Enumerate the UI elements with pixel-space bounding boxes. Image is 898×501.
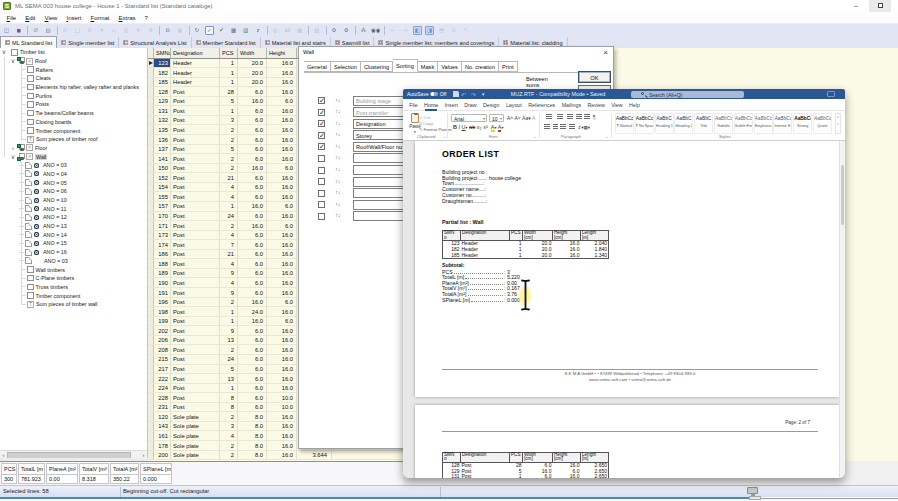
row-selector-cell[interactable]: [148, 345, 154, 354]
print-preview-icon[interactable]: ▤: [44, 26, 53, 35]
tree-item[interactable]: ∨ › Wall: [0, 152, 147, 161]
row-selector-cell[interactable]: [148, 336, 154, 345]
sort-checkbox[interactable]: [318, 155, 325, 162]
table-row[interactable]: 200 Sole plate 2 8.0 16.0 3.644: [148, 451, 403, 461]
row-selector-cell[interactable]: [148, 374, 154, 383]
chevron-right-icon[interactable]: ›: [10, 145, 16, 151]
row-selector-cell[interactable]: [148, 269, 154, 278]
sort-direction-icons[interactable]: ↑↓: [335, 154, 341, 160]
tree-item[interactable]: ∨ › Posts: [0, 100, 147, 109]
row-selector-cell[interactable]: [148, 231, 154, 240]
chevron-down-icon[interactable]: ∨: [1, 49, 7, 55]
ribbon-tab[interactable]: Layout: [503, 99, 525, 111]
row-selector-cell[interactable]: [148, 317, 154, 326]
menu-item[interactable]: Insert: [62, 15, 86, 21]
sort-direction-icons[interactable]: ↑↓: [335, 131, 341, 137]
undo-icon[interactable]: ↶: [461, 91, 466, 98]
ribbon-tab[interactable]: Draw: [461, 99, 480, 111]
tree-checkbox[interactable]: [27, 66, 34, 73]
paragraph-list-buttons[interactable]: ¶: [544, 114, 595, 120]
tree-item[interactable]: ∨ › Tie beams/Collar beams: [0, 109, 147, 118]
delete-icon[interactable]: ✕: [97, 26, 106, 35]
header-width[interactable]: Width: [238, 48, 267, 58]
tree-checkbox[interactable]: [27, 110, 34, 117]
tree-item[interactable]: ∨ › ANO = 06: [0, 187, 147, 196]
dialog-tab[interactable]: General: [304, 61, 331, 72]
style-card[interactable]: AaBbC Title: [694, 113, 713, 134]
sort-direction-icons[interactable]: ↑↓: [335, 143, 341, 149]
ribbon-tab[interactable]: Help: [626, 99, 643, 111]
settings-color-icon[interactable]: ⚙: [330, 26, 339, 35]
ribbon-tab[interactable]: Insert: [441, 99, 461, 111]
redo-icon[interactable]: ↷: [471, 91, 476, 98]
style-card[interactable]: AaBbC Heading 2: [674, 113, 693, 134]
menu-item[interactable]: Edit: [21, 15, 40, 21]
font-icon[interactable]: A: [85, 26, 94, 35]
row-selector-cell[interactable]: [148, 250, 154, 259]
tree-item[interactable]: ∨ › ANO = 04: [0, 170, 147, 179]
header-smno[interactable]: SMNo: [154, 48, 171, 58]
doc-scrollbar-thumb[interactable]: [841, 165, 844, 225]
minimize-button[interactable]: –: [845, 0, 867, 12]
row-selector-cell[interactable]: [148, 106, 154, 115]
sort-checkbox[interactable]: [318, 190, 325, 197]
print-icon[interactable]: ⎚: [31, 26, 40, 35]
next-icon[interactable]: ⇥: [400, 26, 409, 35]
sort-checkbox[interactable]: ✓: [318, 109, 325, 116]
tree-item[interactable]: ∨ › ANO = 03: [0, 257, 147, 266]
tree-item[interactable]: ∨ › ANO = 03: [0, 161, 147, 170]
row-selector-cell[interactable]: [148, 451, 154, 460]
style-card[interactable]: AaBbCcD Subtitle: [714, 113, 733, 134]
tree-checkbox[interactable]: [27, 75, 34, 82]
row-selector-cell[interactable]: [148, 97, 154, 106]
row-selector-cell[interactable]: [148, 221, 154, 230]
tree-item[interactable]: ∨ › Timber component: [0, 291, 147, 300]
print-all-icon[interactable]: ⎚: [61, 26, 70, 35]
copy-button[interactable]: ⧉Copy: [419, 121, 433, 126]
row-selector-cell[interactable]: [148, 125, 154, 134]
tree-checkbox[interactable]: [27, 292, 34, 299]
style-card[interactable]: AaBbCcDd Quote: [813, 113, 832, 134]
table-columns-icon[interactable]: ▥: [241, 26, 250, 35]
autosave-toggle[interactable]: [430, 92, 438, 97]
tree-checkbox[interactable]: [27, 127, 34, 134]
row-selector-cell[interactable]: [148, 422, 154, 431]
font-size-select[interactable]: 10▾: [489, 114, 504, 122]
tree-item[interactable]: ∨ › Closing boards: [0, 118, 147, 127]
tree-checkbox[interactable]: [27, 101, 34, 108]
style-card[interactable]: AaBbCcDd ¶ Normal: [615, 113, 634, 134]
dialog-tab[interactable]: Clustering: [361, 61, 393, 72]
dialog-tab[interactable]: Sorting: [393, 59, 418, 72]
open-file-icon[interactable]: ◰: [2, 26, 11, 35]
tree-item[interactable]: ∨ › Floor: [0, 144, 147, 153]
style-card[interactable]: AaBbCcDd ¶ No Spac...: [635, 113, 654, 134]
row-selector-cell[interactable]: [148, 78, 154, 87]
tree-horizontal-scrollbar[interactable]: ‹ ›: [0, 450, 147, 458]
pane-left-icon[interactable]: ◧: [413, 26, 422, 35]
row-selector-cell[interactable]: [148, 403, 154, 412]
tree-item[interactable]: ∨ › Purlins: [0, 91, 147, 100]
row-selector-cell[interactable]: [148, 135, 154, 144]
list-check-icon[interactable]: ✓: [205, 26, 214, 35]
sort-checkbox[interactable]: ✓: [318, 120, 325, 127]
grid-icon[interactable]: ▦: [295, 26, 304, 35]
style-card[interactable]: AaBbCcDd Subtle Em...: [734, 113, 753, 134]
sort-direction-icons[interactable]: ↑↓: [335, 120, 341, 126]
tree-item[interactable]: ∨ › ANO = 10: [0, 196, 147, 205]
sort-direction-icons[interactable]: ↑↓: [335, 166, 341, 172]
dialog-tab[interactable]: Values: [438, 61, 462, 72]
row-selector-cell[interactable]: [148, 412, 154, 421]
update-people-icon[interactable]: ⁂: [359, 26, 368, 35]
tree-item[interactable]: ∨ › Roof: [0, 57, 147, 66]
zoom-icon[interactable]: ◎: [122, 26, 131, 35]
menu-item[interactable]: View: [40, 15, 62, 21]
menu-item[interactable]: Format: [86, 15, 114, 21]
row-selector-cell[interactable]: [148, 87, 154, 96]
tree-checkbox[interactable]: [27, 84, 34, 91]
tree-item[interactable]: ∨ › C-Plane timbers: [0, 274, 147, 283]
zoom-text-icon[interactable]: ab: [283, 26, 292, 35]
dialog-tab[interactable]: No. creation: [462, 61, 499, 72]
save-icon[interactable]: ◼: [14, 26, 23, 35]
page-icon[interactable]: ▤: [312, 26, 321, 35]
autosave-control[interactable]: AutoSave Off: [407, 91, 446, 97]
